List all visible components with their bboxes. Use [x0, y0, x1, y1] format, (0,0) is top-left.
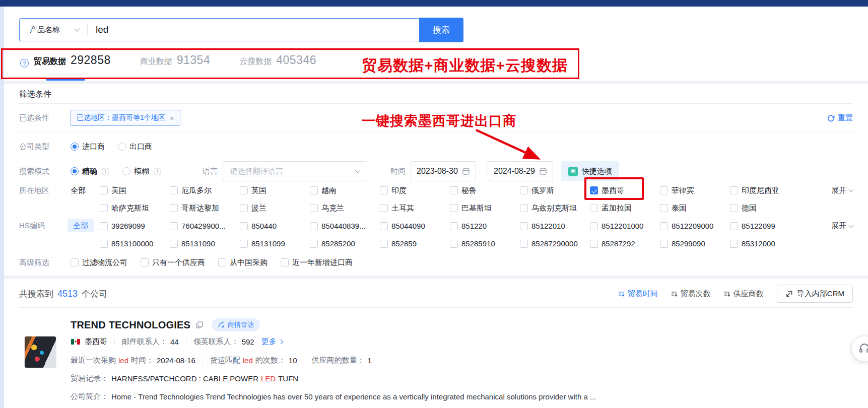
- radio-exact-mode[interactable]: 精确i: [71, 167, 109, 176]
- sort-trade-time[interactable]: 贸易时间: [618, 289, 658, 299]
- hs-checkbox[interactable]: 8513100000: [100, 239, 170, 248]
- hs-checkbox[interactable]: 851220: [450, 222, 520, 230]
- hs-checkbox[interactable]: 85131090: [170, 239, 240, 248]
- company-card[interactable]: TREND TECHNOLOGIES 商情雷达 墨西哥 邮件联系人： 44: [19, 312, 853, 407]
- info-icon[interactable]: i: [102, 168, 109, 175]
- checkbox: [71, 258, 79, 266]
- radio-exporter[interactable]: 出口商: [118, 142, 152, 152]
- region-checkbox[interactable]: 美国: [100, 186, 170, 195]
- end-date-picker[interactable]: 2024-08-29: [488, 161, 553, 181]
- region-checkbox[interactable]: 印度: [380, 186, 450, 195]
- hs-checkbox[interactable]: 852859: [380, 239, 450, 248]
- more-link[interactable]: 更多: [261, 337, 283, 347]
- info-icon[interactable]: i: [154, 168, 161, 175]
- checkbox-label: 852859: [391, 239, 417, 248]
- region-checkbox[interactable]: 菲律宾: [660, 186, 730, 195]
- hs-checkbox[interactable]: 85287290000: [520, 239, 590, 248]
- region-all-button[interactable]: 全部: [71, 186, 100, 195]
- reset-button[interactable]: 重置: [827, 113, 853, 123]
- tab-cloud-search-data[interactable]: 云搜数据 405346: [239, 53, 316, 81]
- sort-supplier-count[interactable]: 供应商数: [724, 289, 764, 299]
- translate-language-select[interactable]: 请选择翻译语言: [223, 161, 367, 181]
- hs-checkbox[interactable]: 850440839...: [310, 222, 380, 230]
- region-checkbox[interactable]: 俄罗斯: [520, 186, 590, 195]
- checkbox: [380, 204, 388, 212]
- region-checkbox[interactable]: 乌兹别克斯坦: [520, 203, 590, 213]
- region-checkbox[interactable]: 孟加拉国: [590, 203, 660, 213]
- region-checkbox[interactable]: 乌克兰: [310, 203, 380, 213]
- hs-checkbox[interactable]: 85285910: [450, 239, 520, 248]
- hs-checkbox[interactable]: 85287292: [590, 239, 660, 248]
- results-toolbar: 贸易时间 贸易次数 供应商数 导入内部CRM: [618, 285, 853, 303]
- advanced-checkbox[interactable]: 从中国采购: [218, 258, 268, 267]
- hs-checkbox[interactable]: 85299090: [660, 239, 730, 248]
- hs-checkbox[interactable]: 39269099: [100, 222, 170, 230]
- region-checkbox[interactable]: 土耳其: [380, 203, 450, 213]
- advanced-checkbox[interactable]: 近一年新增进口商: [281, 258, 353, 267]
- region-checkbox[interactable]: 印度尼西亚: [730, 186, 800, 195]
- radio-importer[interactable]: 进口商: [71, 142, 105, 152]
- row-label: 已选条件: [19, 113, 71, 123]
- checkbox: [660, 186, 668, 194]
- hs-checkbox[interactable]: 85044090: [380, 222, 450, 230]
- hs-checkbox[interactable]: 760429900...: [170, 222, 240, 230]
- hs-expand-button[interactable]: 展开: [831, 221, 853, 231]
- search-button[interactable]: 搜索: [419, 18, 463, 42]
- region-checkbox[interactable]: 哈萨克斯坦: [100, 203, 170, 213]
- selected-region-tag[interactable]: 已选地区：墨西哥等1个地区 ×: [71, 110, 180, 126]
- region-checkbox[interactable]: 波兰: [240, 203, 310, 213]
- radio-label: 出口商: [129, 142, 152, 152]
- import-crm-button[interactable]: 导入内部CRM: [777, 285, 853, 303]
- company-thumbnail: [24, 336, 56, 368]
- region-checkbox[interactable]: 巴基斯坦: [450, 203, 520, 213]
- hs-all-button[interactable]: 全部: [71, 221, 100, 231]
- tab-business-data[interactable]: 商业数据 91354: [140, 53, 210, 81]
- remove-tag-icon[interactable]: ×: [170, 114, 174, 122]
- region-checkbox[interactable]: 厄瓜多尔: [170, 186, 240, 195]
- search-input[interactable]: [88, 24, 419, 35]
- checkbox-label: 波兰: [251, 203, 266, 213]
- hs-checkbox[interactable]: 8512201000: [590, 222, 660, 230]
- checkbox-label: 哈萨克斯坦: [111, 203, 149, 213]
- region-checkbox[interactable]: 泰国: [660, 203, 730, 213]
- checkbox: [100, 222, 108, 230]
- region-checkbox[interactable]: 哥斯达黎加: [170, 203, 240, 213]
- page: 产品名称 搜索 ? 贸易数据 292858 商业数据 91354 云搜数据 4: [0, 0, 868, 408]
- sort-trade-count[interactable]: 贸易次数: [671, 289, 711, 299]
- chevron-down-icon: [849, 223, 854, 228]
- advanced-checkbox[interactable]: 过滤物流公司: [71, 258, 127, 267]
- region-checkbox[interactable]: 英国: [240, 186, 310, 195]
- business-radar-badge[interactable]: 商情雷达: [212, 318, 260, 331]
- checkbox-label: 85044090: [391, 222, 425, 230]
- row-label: 搜索模式: [19, 167, 71, 176]
- hs-checkbox[interactable]: 85122099: [730, 222, 800, 230]
- checkbox: [100, 204, 108, 212]
- hs-checkbox[interactable]: 850440: [240, 222, 310, 230]
- sort-label: 贸易时间: [628, 289, 658, 299]
- language-label: 语言: [203, 167, 218, 176]
- checkbox: [240, 186, 248, 194]
- tab-trade-data[interactable]: ? 贸易数据 292858: [20, 53, 111, 81]
- region-expand-button[interactable]: 展开: [831, 186, 853, 195]
- question-circle-icon[interactable]: ?: [20, 59, 29, 67]
- hs-checkbox[interactable]: 85285200: [310, 239, 380, 248]
- last-purchase-date: 2024-08-16: [157, 356, 195, 365]
- region-checkbox[interactable]: 越南: [310, 186, 380, 195]
- region-checkbox-mexico[interactable]: 墨西哥: [590, 186, 660, 195]
- company-name[interactable]: TREND TECHNOLOGIES: [71, 319, 190, 331]
- search-category-select[interactable]: 产品名称: [20, 25, 87, 35]
- radio-fuzzy-mode[interactable]: 模糊i: [122, 167, 161, 176]
- hs-checkbox[interactable]: 8512209000: [660, 222, 730, 230]
- hs-checkbox[interactable]: 85122010: [520, 222, 590, 230]
- copy-icon[interactable]: [195, 321, 204, 329]
- freight-match-prefix: 货运匹配: [210, 356, 240, 365]
- start-date-picker[interactable]: 2023-08-30: [411, 161, 476, 181]
- hs-checkbox[interactable]: 85312000: [730, 239, 800, 248]
- advanced-checkbox[interactable]: 只有一个供应商: [141, 258, 205, 267]
- company-body: TREND TECHNOLOGIES 商情雷达 墨西哥 邮件联系人： 44: [71, 312, 853, 407]
- hs-all-pill[interactable]: 全部: [68, 219, 94, 232]
- quick-options-button[interactable]: ⌘ 快捷选项: [561, 161, 619, 181]
- region-checkbox[interactable]: 秘鲁: [450, 186, 520, 195]
- region-checkbox[interactable]: 德国: [730, 203, 800, 213]
- hs-checkbox[interactable]: 85131099: [240, 239, 310, 248]
